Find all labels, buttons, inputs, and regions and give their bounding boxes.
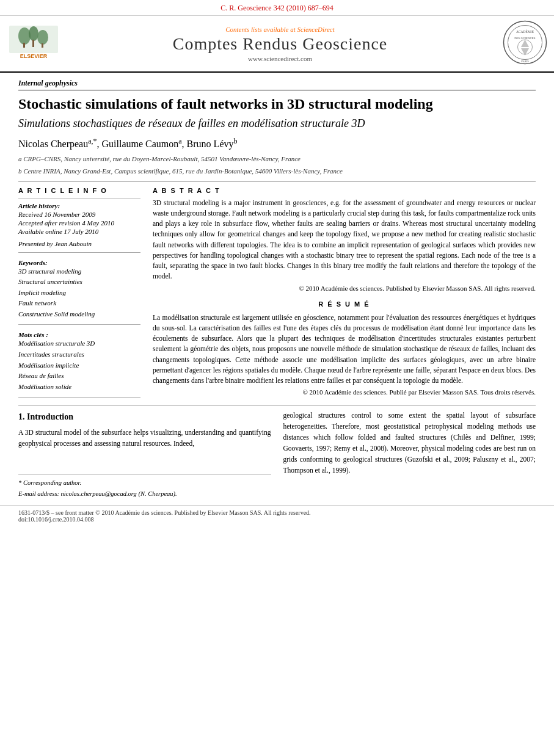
svg-rect-6 (42, 43, 43, 48)
mots-cles-list: Modélisation structurale 3D Incertitudes… (18, 338, 140, 392)
resume-title: R É S U M É (153, 300, 536, 308)
body-col-right: geological structures control to some ex… (283, 410, 536, 500)
kw-4: Fault network (18, 298, 140, 309)
footnote-corresponding: * Corresponding author. (18, 478, 271, 488)
mc-5: Modélisation solide (18, 382, 140, 393)
svg-point-1 (18, 27, 31, 45)
author1-name: Nicolas Cherpeau (18, 139, 88, 150)
presenter: Presented by Jean Aubouin (18, 240, 140, 247)
available-date: Available online 17 July 2010 (18, 228, 140, 235)
article-section: Internal geophysics Stochastic simulatio… (0, 73, 554, 176)
keywords-title: Keywords: (18, 259, 140, 266)
kw-3: Implicit modeling (18, 288, 140, 299)
journal-center: Contents lists available at ScienceDirec… (61, 26, 499, 62)
author2-name: , Guillaume Caumon (97, 139, 179, 150)
svg-point-2 (29, 26, 38, 41)
authors-line: Nicolas Cherpeaua,*, Guillaume Caumona, … (18, 137, 536, 150)
article-info-title: A R T I C L E I N F O (18, 187, 140, 194)
mots-cles-title: Mots clés : (18, 331, 140, 338)
mots-cles-section: Mots clés : Modélisation structurale 3D … (18, 331, 140, 392)
article-subtitle: Simulations stochastiques de réseaux de … (18, 117, 536, 131)
abstract-copyright: © 2010 Académie des sciences. Published … (153, 285, 536, 292)
resume-copyright: © 2010 Académie des sciences. Publié par… (153, 388, 536, 396)
svg-text:ELSEVIER: ELSEVIER (20, 53, 48, 59)
body-col-left: 1. Introduction A 3D structural model of… (18, 410, 271, 500)
article-title: Stochastic simulations of fault networks… (18, 95, 536, 113)
mc-3: Modélisation implicite (18, 360, 140, 371)
elsevier-logo: ELSEVIER (6, 23, 61, 65)
citation-text: C. R. Geoscience 342 (2010) 687–694 (221, 4, 333, 12)
affil-b: b Centre INRIA, Nancy Grand-Est, Campus … (18, 166, 536, 176)
mc-2: Incertitudes structurales (18, 349, 140, 360)
citation-bar: C. R. Geoscience 342 (2010) 687–694 (0, 0, 554, 16)
author1-sup: a,* (88, 137, 97, 145)
resume-section: R É S U M É La modélisation structurale … (153, 300, 536, 396)
svg-text:PARIS: PARIS (521, 60, 529, 63)
kw-5: Constructive Solid modeling (18, 309, 140, 320)
journal-title: Comptes Rendus Geoscience (61, 34, 499, 54)
mc-4: Réseau de failles (18, 371, 140, 382)
academy-logo: ACADÉMIE DES SCIENCES PARIS (499, 20, 548, 68)
abstract-col: A B S T R A C T 3D structural modeling i… (153, 187, 536, 398)
intro-text-left: A 3D structural model of the subsurface … (18, 427, 271, 449)
abstract-title: A B S T R A C T (153, 187, 536, 194)
sciencedirect-info: Contents lists available at ScienceDirec… (61, 26, 499, 33)
footnote-email: E-mail address: nicolas.cherpeau@gocad.o… (18, 489, 271, 499)
section-label: Internal geophysics (18, 79, 536, 90)
author3-sup: b (233, 137, 237, 145)
affil-a: a CRPG–CNRS, Nancy université, rue du Do… (18, 154, 536, 164)
keywords-section: Keywords: 3D structural modeling Structu… (18, 259, 140, 320)
intro-text-right: geological structures control to some ex… (283, 410, 536, 476)
doi-line: doi:10.1016/j.crte.2010.04.008 (18, 516, 536, 523)
journal-url: www.sciencedirect.com (61, 55, 499, 62)
svg-text:DES SCIENCES: DES SCIENCES (514, 37, 536, 40)
body-cols: 1. Introduction A 3D structural model of… (0, 410, 554, 500)
svg-point-3 (37, 30, 48, 45)
svg-text:ACADÉMIE: ACADÉMIE (516, 29, 534, 34)
bottom-bar: 1631-0713/$ – see front matter © 2010 Ac… (0, 505, 554, 526)
accepted-date: Accepted after revision 4 May 2010 (18, 219, 140, 227)
mc-1: Modélisation structurale 3D (18, 338, 140, 349)
article-info-col: A R T I C L E I N F O Article history: R… (18, 187, 140, 398)
author3-name: , Bruno Lévy (182, 139, 234, 150)
footnote-block: * Corresponding author. E-mail address: … (18, 474, 271, 500)
history-label: Article history: (18, 202, 140, 209)
kw-2: Structural uncertainties (18, 277, 140, 288)
intro-title: 1. Introduction (18, 410, 271, 424)
info-abstract-cols: A R T I C L E I N F O Article history: R… (0, 187, 554, 398)
kw-1: 3D structural modeling (18, 266, 140, 277)
svg-rect-4 (23, 43, 25, 48)
received-date: Received 16 November 2009 (18, 211, 140, 218)
resume-text: La modélisation structurale est largemen… (153, 313, 536, 387)
svg-rect-5 (32, 40, 34, 47)
issn-line: 1631-0713/$ – see front matter © 2010 Ac… (18, 509, 536, 516)
abstract-text: 3D structural modeling is a major instru… (153, 198, 536, 282)
journal-header: ELSEVIER Contents lists available at Sci… (0, 16, 554, 73)
keywords-list: 3D structural modeling Structural uncert… (18, 266, 140, 320)
article-history: Article history: Received 16 November 20… (18, 202, 140, 235)
